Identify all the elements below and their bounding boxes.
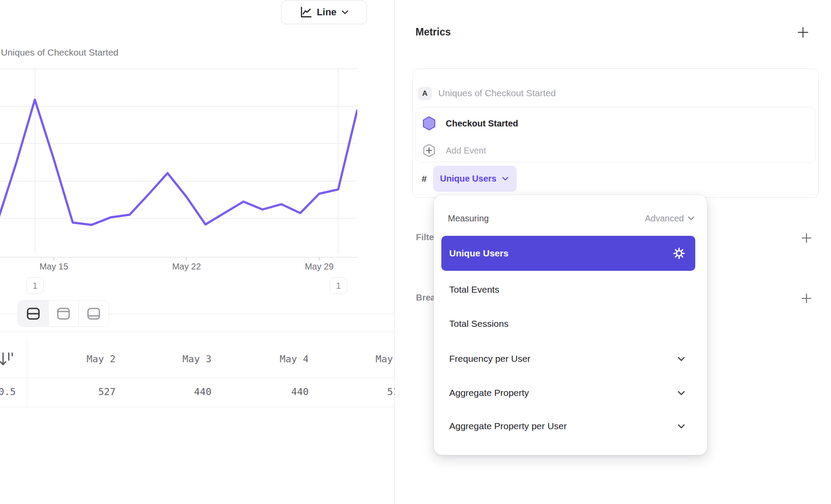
- x-tick-label: May 29: [305, 262, 334, 272]
- event-hexagon-icon: [422, 116, 436, 131]
- chevron-down-icon: [677, 424, 686, 429]
- table-top-border: [0, 332, 394, 332]
- add-event-hexagon-icon: [422, 143, 436, 158]
- chevron-down-icon: [677, 356, 686, 362]
- frozen-column-separator: [27, 338, 27, 407]
- horizontal-gridlines: [0, 69, 357, 218]
- chart-section: Line Uniques of Checkout Started May 15 …: [0, 0, 394, 504]
- metric-card: A Uniques of Checkout Started Checkout S…: [412, 68, 819, 198]
- table-value-cell: 440: [221, 386, 309, 399]
- chevron-down-icon: [677, 390, 686, 396]
- add-event-label: Add Event: [446, 146, 486, 156]
- measuring-label: Measuring: [448, 214, 489, 224]
- table-view-icon: [86, 306, 102, 322]
- chart-type-button[interactable]: Line: [281, 0, 367, 24]
- dropdown-item-total-sessions[interactable]: Total Sessions: [441, 306, 695, 341]
- dropdown-item-aggregate-property-per-user[interactable]: Aggregate Property per User: [441, 409, 695, 444]
- count-symbol: #: [422, 174, 427, 184]
- metrics-heading: Metrics: [416, 26, 451, 38]
- line-chart-svg[interactable]: [0, 56, 357, 261]
- layout-toggle-group: [18, 300, 109, 327]
- line-chart-icon: [299, 6, 312, 19]
- add-event-button[interactable]: Add Event: [419, 139, 809, 162]
- vertical-gridlines: [35, 69, 338, 254]
- measuring-dropdown: Measuring Advanced Unique Users: [434, 195, 707, 455]
- table-header-cell[interactable]: May 2: [28, 354, 116, 367]
- advanced-mode-selector[interactable]: Advanced: [645, 214, 695, 224]
- x-tick-label: May 15: [39, 262, 68, 272]
- sort-descending-icon[interactable]: [0, 351, 15, 368]
- dropdown-item-label: Aggregate Property per User: [449, 421, 567, 431]
- dropdown-item-label: Total Sessions: [449, 318, 508, 329]
- dropdown-item-total-events[interactable]: Total Events: [441, 272, 695, 307]
- gear-icon[interactable]: [673, 247, 686, 260]
- metrics-panel: Metrics A Uniques of Checkout Started Ch…: [395, 0, 831, 504]
- page-number-left[interactable]: 1: [26, 277, 44, 294]
- event-row-checkout-started[interactable]: Checkout Started: [419, 112, 809, 135]
- chevron-down-icon: [341, 10, 349, 15]
- measurement-chip[interactable]: Unique Users: [433, 166, 517, 192]
- plus-icon: [800, 232, 813, 244]
- table-header-cell[interactable]: May 4: [221, 354, 309, 367]
- table-header-cell[interactable]: May 5: [317, 354, 405, 367]
- measurement-chip-label: Unique Users: [440, 174, 496, 184]
- dropdown-item-unique-users[interactable]: Unique Users: [441, 236, 695, 271]
- advanced-label: Advanced: [645, 214, 684, 224]
- table-value-cell: 514: [317, 386, 405, 399]
- add-filter-button[interactable]: [799, 231, 813, 245]
- dropdown-item-frequency-per-user[interactable]: Frequency per User: [441, 341, 695, 376]
- plus-icon: [796, 26, 810, 39]
- table-header-border: [0, 378, 394, 378]
- table-header-cell[interactable]: May 3: [124, 354, 211, 367]
- split-view-icon: [25, 306, 41, 322]
- table-frozen-cell: 440.5: [0, 386, 16, 399]
- dropdown-item-label: Total Events: [449, 284, 499, 295]
- x-tick-label: May 22: [172, 262, 201, 272]
- table-bottom-border: [0, 407, 394, 407]
- table-value-cell: 527: [28, 386, 116, 399]
- series-line: [0, 100, 357, 225]
- chart-view-icon: [56, 306, 71, 322]
- plus-icon: [800, 292, 813, 304]
- chevron-down-icon: [687, 216, 695, 221]
- page-number-right[interactable]: 1: [330, 277, 347, 294]
- chart-type-label: Line: [317, 7, 336, 18]
- dropdown-item-label: Frequency per User: [449, 354, 531, 364]
- metric-name[interactable]: Uniques of Checkout Started: [438, 88, 556, 98]
- add-metric-button[interactable]: [796, 25, 810, 39]
- dropdown-item-label: Unique Users: [449, 248, 508, 259]
- event-list-card: Checkout Started Add Event: [416, 107, 816, 162]
- table-value-cell: 440: [124, 386, 211, 399]
- x-axis-ticks: [54, 257, 319, 260]
- metric-letter-badge: A: [418, 87, 432, 100]
- add-breakdown-button[interactable]: [799, 291, 813, 305]
- dropdown-item-label: Aggregate Property: [449, 388, 529, 398]
- toggle-chart-view[interactable]: [48, 301, 78, 326]
- dropdown-item-aggregate-property[interactable]: Aggregate Property: [441, 375, 695, 410]
- toggle-split-view[interactable]: [18, 301, 48, 326]
- toggle-table-view[interactable]: [78, 301, 109, 326]
- event-name: Checkout Started: [446, 119, 518, 129]
- chevron-down-icon: [502, 176, 509, 181]
